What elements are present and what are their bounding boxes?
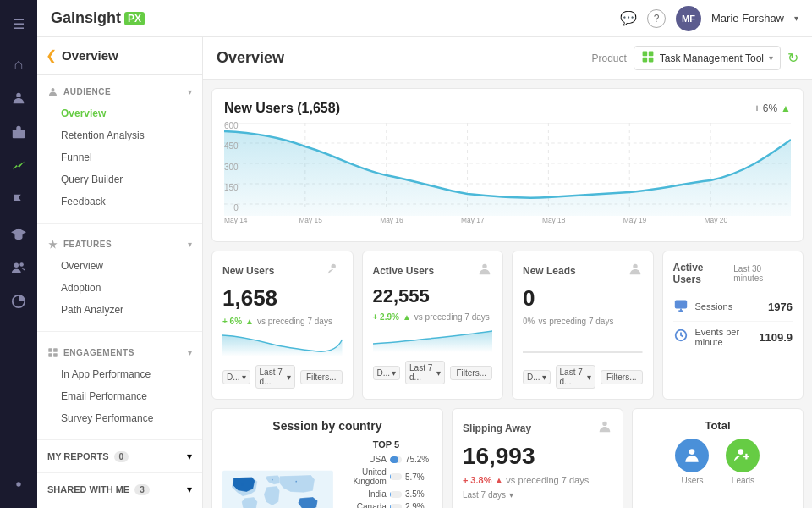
nav-item-in-app[interactable]: In App Performance — [37, 363, 202, 385]
active-users-d-select[interactable]: D... ▾ — [373, 366, 401, 380]
active-users-value: 22,555 — [373, 285, 493, 307]
nav-item-path-analyzer[interactable]: Path Analyzer — [37, 299, 202, 321]
hamburger-menu[interactable]: ☰ — [3, 8, 34, 39]
svg-text:May 17: May 17 — [461, 216, 485, 224]
nav-item-retention[interactable]: Retention Analysis — [37, 124, 202, 146]
graduation-icon[interactable] — [3, 218, 34, 249]
new-users-card: New Users 1,658 + 6% ▲ vs preceding 7 da… — [211, 251, 354, 400]
settings-icon[interactable] — [3, 469, 34, 500]
svg-rect-11 — [48, 353, 52, 357]
features-section-header[interactable]: FEATURES ▾ — [37, 234, 202, 255]
svg-rect-16 — [642, 52, 647, 57]
svg-point-52 — [689, 449, 695, 455]
new-users-time-select[interactable]: Last 7 d... ▾ — [255, 365, 295, 389]
nav-item-query-builder[interactable]: Query Builder — [37, 168, 202, 190]
audience-icon[interactable] — [3, 83, 34, 113]
engagements-section-header[interactable]: ENGAGEMENTS ▾ — [37, 342, 202, 363]
new-leads-filter[interactable]: Filters... — [601, 370, 643, 384]
product-name: Task Management Tool — [660, 52, 764, 64]
new-leads-controls: D... ▾ Last 7 d... ▾ Filters... — [523, 365, 643, 389]
chart-icon[interactable] — [3, 151, 34, 181]
top5-india: India 3.5% — [340, 489, 432, 499]
bottom-row: Session by country — [211, 408, 804, 508]
nav-sidebar: ❮ Overview AUDIENCE ▾ Overview Retention… — [37, 37, 203, 508]
home-icon[interactable]: ⌂ — [3, 49, 34, 80]
shared-with-me-header[interactable]: SHARED WITH ME 3 ▾ — [37, 477, 202, 502]
nav-item-funnel[interactable]: Funnel — [37, 146, 202, 168]
logo-area: Gainsight PX — [51, 9, 145, 27]
new-users-filter[interactable]: Filters... — [300, 370, 343, 384]
metrics-row: New Users 1,658 + 6% ▲ vs preceding 7 da… — [211, 251, 804, 400]
features-label: FEATURES — [47, 239, 112, 250]
product-selector[interactable]: Task Management Tool ▾ — [634, 46, 781, 70]
nav-item-adoption[interactable]: Adoption — [37, 277, 202, 299]
nav-item-feedback[interactable]: Feedback — [37, 190, 202, 213]
new-users-value: 1,658 — [222, 285, 343, 312]
nav-item-survey-perf[interactable]: Survey Performance — [37, 407, 202, 429]
dashboard: New Users (1,658) + 6% ▲ — [203, 80, 812, 508]
audience-section-header[interactable]: AUDIENCE ▾ — [37, 81, 202, 102]
nav-item-email-perf[interactable]: Email Performance — [37, 385, 202, 407]
svg-point-3 — [14, 263, 19, 268]
new-leads-time-select[interactable]: Last 7 d... ▾ — [556, 365, 595, 389]
world-map — [222, 439, 333, 508]
slip-header: Slipping Away — [463, 419, 612, 438]
shared-item-co[interactable]: CO - My Customers — [37, 502, 202, 508]
total-users-item: Users — [675, 439, 709, 485]
active-users-time-select[interactable]: Last 7 d... ▾ — [405, 361, 445, 384]
nav-item-overview-features[interactable]: Overview — [37, 255, 202, 277]
back-arrow[interactable]: ❮ — [46, 47, 57, 64]
svg-marker-8 — [48, 240, 57, 248]
user-dropdown-arrow[interactable]: ▾ — [794, 14, 798, 23]
help-icon[interactable]: ? — [647, 9, 666, 28]
slipping-card: Slipping Away 16,993 + 3.8% ▲ vs precedi… — [452, 408, 623, 508]
page-header-right: Product Task Management Tool ▾ ↻ — [591, 46, 798, 70]
active-users-change: + 2.9% — [373, 312, 399, 322]
new-leads-card: New Leads 0 0% vs preceding 7 days D... … — [512, 251, 654, 400]
new-users-d-select[interactable]: D... ▾ — [222, 370, 250, 384]
slip-period[interactable]: Last 7 days ▾ — [463, 490, 612, 500]
top5-uk: United Kingdom 5.7% — [340, 467, 432, 486]
new-users-controls: D... ▾ Last 7 d... ▾ Filters... — [222, 365, 343, 389]
active-users-controls: D... ▾ Last 7 d... ▾ Filters... — [373, 361, 493, 384]
main-content: Overview Product Task Management Tool ▾ … — [203, 37, 812, 508]
au-events-row: Events per minute 1109.9 — [673, 322, 793, 352]
refresh-button[interactable]: ↻ — [787, 50, 798, 66]
product-icon — [641, 50, 655, 66]
slip-title: Slipping Away — [463, 422, 531, 434]
new-leads-d-select[interactable]: D... ▾ — [523, 370, 551, 384]
chat-icon[interactable]: 💬 — [620, 10, 637, 26]
new-leads-header: New Leads — [523, 262, 643, 280]
my-reports-title: MY REPORTS 0 — [47, 451, 129, 462]
shared-with-me-title: SHARED WITH ME 3 — [47, 484, 150, 495]
svg-point-6 — [16, 482, 20, 486]
svg-point-7 — [52, 88, 55, 91]
svg-rect-1 — [13, 130, 25, 138]
active-users-header: Active Users — [373, 262, 493, 280]
nav-item-overview-audience[interactable]: Overview — [37, 102, 202, 124]
active-users-label: Active Users — [373, 265, 435, 277]
portfolio-icon[interactable] — [3, 117, 34, 147]
total-leads-item: Leads — [726, 439, 760, 485]
users-icon[interactable] — [3, 252, 34, 283]
session-content: TOP 5 USA 75.2% United Kingdom 5.7% — [222, 439, 432, 508]
svg-rect-43 — [674, 301, 686, 309]
sessions-label: Sessions — [695, 301, 762, 312]
pie-icon[interactable] — [3, 286, 34, 317]
svg-point-4 — [19, 262, 24, 267]
avatar[interactable]: MF — [676, 6, 701, 31]
features-chevron: ▾ — [188, 240, 192, 249]
chart-title: New Users (1,658) — [224, 101, 340, 116]
flag-icon[interactable] — [3, 185, 34, 215]
shared-badge: 3 — [134, 484, 150, 495]
engagements-chevron: ▾ — [188, 348, 192, 357]
chart-badge: + 6% ▲ — [754, 102, 791, 114]
total-leads-icon — [726, 439, 760, 472]
active-users-filter[interactable]: Filters... — [450, 366, 492, 380]
sessions-icon — [673, 297, 689, 316]
my-reports-header[interactable]: MY REPORTS 0 ▾ — [37, 444, 202, 469]
svg-rect-12 — [53, 353, 58, 357]
svg-rect-17 — [649, 52, 654, 57]
new-users-mini-chart — [222, 331, 343, 356]
au-title: Active Users — [673, 262, 734, 285]
